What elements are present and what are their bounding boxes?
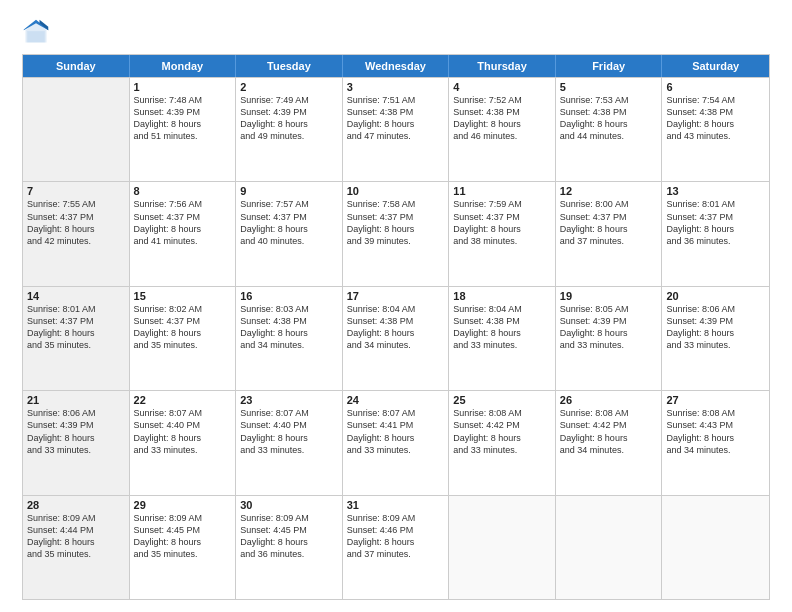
cell-info: Sunrise: 7:52 AM Sunset: 4:38 PM Dayligh… (453, 94, 551, 143)
cell-info: Sunrise: 7:58 AM Sunset: 4:37 PM Dayligh… (347, 198, 445, 247)
header-day-wednesday: Wednesday (343, 55, 450, 77)
cal-cell: 22Sunrise: 8:07 AM Sunset: 4:40 PM Dayli… (130, 391, 237, 494)
cal-cell (556, 496, 663, 599)
cal-cell: 2Sunrise: 7:49 AM Sunset: 4:39 PM Daylig… (236, 78, 343, 181)
cal-cell (23, 78, 130, 181)
week-row-5: 28Sunrise: 8:09 AM Sunset: 4:44 PM Dayli… (23, 495, 769, 599)
day-number: 8 (134, 185, 232, 197)
header (22, 18, 770, 46)
day-number: 2 (240, 81, 338, 93)
cell-info: Sunrise: 8:07 AM Sunset: 4:40 PM Dayligh… (134, 407, 232, 456)
cal-cell: 31Sunrise: 8:09 AM Sunset: 4:46 PM Dayli… (343, 496, 450, 599)
cell-info: Sunrise: 8:00 AM Sunset: 4:37 PM Dayligh… (560, 198, 658, 247)
day-number: 25 (453, 394, 551, 406)
day-number: 27 (666, 394, 765, 406)
cell-info: Sunrise: 8:09 AM Sunset: 4:45 PM Dayligh… (240, 512, 338, 561)
cal-cell: 3Sunrise: 7:51 AM Sunset: 4:38 PM Daylig… (343, 78, 450, 181)
cell-info: Sunrise: 8:04 AM Sunset: 4:38 PM Dayligh… (347, 303, 445, 352)
cell-info: Sunrise: 8:07 AM Sunset: 4:41 PM Dayligh… (347, 407, 445, 456)
cell-info: Sunrise: 8:08 AM Sunset: 4:43 PM Dayligh… (666, 407, 765, 456)
header-day-sunday: Sunday (23, 55, 130, 77)
calendar: SundayMondayTuesdayWednesdayThursdayFrid… (22, 54, 770, 600)
cell-info: Sunrise: 8:09 AM Sunset: 4:44 PM Dayligh… (27, 512, 125, 561)
cell-info: Sunrise: 7:59 AM Sunset: 4:37 PM Dayligh… (453, 198, 551, 247)
calendar-header-row: SundayMondayTuesdayWednesdayThursdayFrid… (23, 55, 769, 77)
cal-cell: 26Sunrise: 8:08 AM Sunset: 4:42 PM Dayli… (556, 391, 663, 494)
day-number: 5 (560, 81, 658, 93)
week-row-2: 7Sunrise: 7:55 AM Sunset: 4:37 PM Daylig… (23, 181, 769, 285)
day-number: 3 (347, 81, 445, 93)
cal-cell: 23Sunrise: 8:07 AM Sunset: 4:40 PM Dayli… (236, 391, 343, 494)
day-number: 12 (560, 185, 658, 197)
cell-info: Sunrise: 8:08 AM Sunset: 4:42 PM Dayligh… (453, 407, 551, 456)
day-number: 21 (27, 394, 125, 406)
svg-rect-3 (27, 31, 45, 42)
cell-info: Sunrise: 7:48 AM Sunset: 4:39 PM Dayligh… (134, 94, 232, 143)
day-number: 7 (27, 185, 125, 197)
cal-cell: 25Sunrise: 8:08 AM Sunset: 4:42 PM Dayli… (449, 391, 556, 494)
header-day-thursday: Thursday (449, 55, 556, 77)
calendar-body: 1Sunrise: 7:48 AM Sunset: 4:39 PM Daylig… (23, 77, 769, 599)
cell-info: Sunrise: 7:56 AM Sunset: 4:37 PM Dayligh… (134, 198, 232, 247)
day-number: 11 (453, 185, 551, 197)
cal-cell: 17Sunrise: 8:04 AM Sunset: 4:38 PM Dayli… (343, 287, 450, 390)
cell-info: Sunrise: 7:57 AM Sunset: 4:37 PM Dayligh… (240, 198, 338, 247)
cell-info: Sunrise: 7:53 AM Sunset: 4:38 PM Dayligh… (560, 94, 658, 143)
day-number: 24 (347, 394, 445, 406)
cal-cell: 21Sunrise: 8:06 AM Sunset: 4:39 PM Dayli… (23, 391, 130, 494)
header-day-monday: Monday (130, 55, 237, 77)
day-number: 28 (27, 499, 125, 511)
cell-info: Sunrise: 8:09 AM Sunset: 4:46 PM Dayligh… (347, 512, 445, 561)
day-number: 9 (240, 185, 338, 197)
cal-cell: 16Sunrise: 8:03 AM Sunset: 4:38 PM Dayli… (236, 287, 343, 390)
day-number: 30 (240, 499, 338, 511)
header-day-saturday: Saturday (662, 55, 769, 77)
cal-cell: 10Sunrise: 7:58 AM Sunset: 4:37 PM Dayli… (343, 182, 450, 285)
cal-cell: 12Sunrise: 8:00 AM Sunset: 4:37 PM Dayli… (556, 182, 663, 285)
day-number: 17 (347, 290, 445, 302)
cal-cell: 27Sunrise: 8:08 AM Sunset: 4:43 PM Dayli… (662, 391, 769, 494)
cal-cell: 28Sunrise: 8:09 AM Sunset: 4:44 PM Dayli… (23, 496, 130, 599)
cal-cell: 24Sunrise: 8:07 AM Sunset: 4:41 PM Dayli… (343, 391, 450, 494)
cal-cell: 30Sunrise: 8:09 AM Sunset: 4:45 PM Dayli… (236, 496, 343, 599)
cal-cell: 19Sunrise: 8:05 AM Sunset: 4:39 PM Dayli… (556, 287, 663, 390)
logo-icon (22, 18, 50, 46)
day-number: 1 (134, 81, 232, 93)
cell-info: Sunrise: 8:06 AM Sunset: 4:39 PM Dayligh… (27, 407, 125, 456)
day-number: 18 (453, 290, 551, 302)
day-number: 20 (666, 290, 765, 302)
cal-cell: 11Sunrise: 7:59 AM Sunset: 4:37 PM Dayli… (449, 182, 556, 285)
cell-info: Sunrise: 8:05 AM Sunset: 4:39 PM Dayligh… (560, 303, 658, 352)
header-day-tuesday: Tuesday (236, 55, 343, 77)
day-number: 16 (240, 290, 338, 302)
cell-info: Sunrise: 8:01 AM Sunset: 4:37 PM Dayligh… (27, 303, 125, 352)
page: SundayMondayTuesdayWednesdayThursdayFrid… (0, 0, 792, 612)
cell-info: Sunrise: 8:01 AM Sunset: 4:37 PM Dayligh… (666, 198, 765, 247)
week-row-3: 14Sunrise: 8:01 AM Sunset: 4:37 PM Dayli… (23, 286, 769, 390)
day-number: 6 (666, 81, 765, 93)
cell-info: Sunrise: 7:54 AM Sunset: 4:38 PM Dayligh… (666, 94, 765, 143)
day-number: 29 (134, 499, 232, 511)
cell-info: Sunrise: 8:09 AM Sunset: 4:45 PM Dayligh… (134, 512, 232, 561)
cell-info: Sunrise: 8:07 AM Sunset: 4:40 PM Dayligh… (240, 407, 338, 456)
cal-cell (449, 496, 556, 599)
cal-cell: 20Sunrise: 8:06 AM Sunset: 4:39 PM Dayli… (662, 287, 769, 390)
cal-cell: 8Sunrise: 7:56 AM Sunset: 4:37 PM Daylig… (130, 182, 237, 285)
day-number: 19 (560, 290, 658, 302)
week-row-4: 21Sunrise: 8:06 AM Sunset: 4:39 PM Dayli… (23, 390, 769, 494)
header-day-friday: Friday (556, 55, 663, 77)
cal-cell: 7Sunrise: 7:55 AM Sunset: 4:37 PM Daylig… (23, 182, 130, 285)
cal-cell: 29Sunrise: 8:09 AM Sunset: 4:45 PM Dayli… (130, 496, 237, 599)
day-number: 31 (347, 499, 445, 511)
day-number: 13 (666, 185, 765, 197)
cell-info: Sunrise: 8:03 AM Sunset: 4:38 PM Dayligh… (240, 303, 338, 352)
cell-info: Sunrise: 8:04 AM Sunset: 4:38 PM Dayligh… (453, 303, 551, 352)
cal-cell (662, 496, 769, 599)
logo (22, 18, 54, 46)
cal-cell: 9Sunrise: 7:57 AM Sunset: 4:37 PM Daylig… (236, 182, 343, 285)
day-number: 22 (134, 394, 232, 406)
day-number: 26 (560, 394, 658, 406)
cell-info: Sunrise: 7:49 AM Sunset: 4:39 PM Dayligh… (240, 94, 338, 143)
cal-cell: 1Sunrise: 7:48 AM Sunset: 4:39 PM Daylig… (130, 78, 237, 181)
cal-cell: 6Sunrise: 7:54 AM Sunset: 4:38 PM Daylig… (662, 78, 769, 181)
